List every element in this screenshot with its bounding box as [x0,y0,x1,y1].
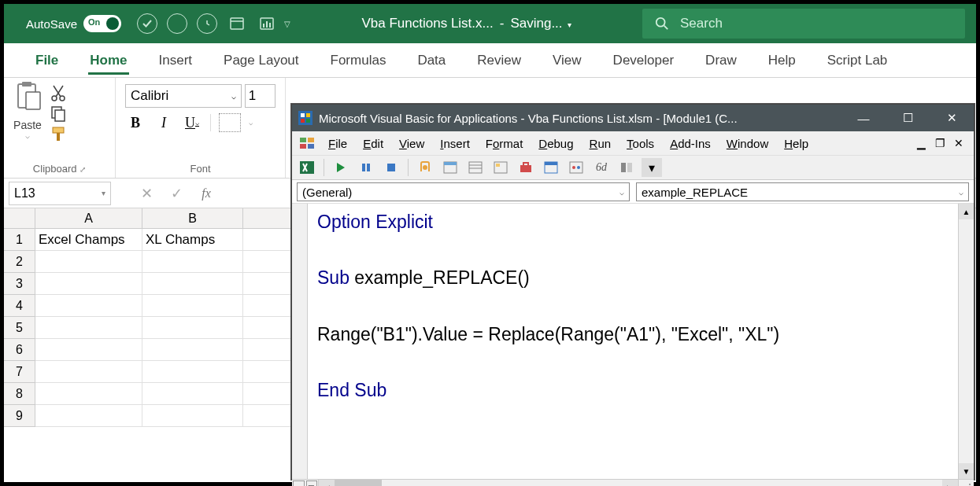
break-icon[interactable] [356,158,376,177]
tab-data[interactable]: Data [401,43,461,78]
scroll-up-icon[interactable]: ▲ [959,204,974,219]
qat-item-icon[interactable] [227,13,247,34]
object-browser-icon[interactable] [490,158,511,177]
italic-button[interactable]: I [153,112,174,133]
row-header[interactable]: 5 [4,317,35,339]
cell[interactable] [142,405,243,427]
menu-run[interactable]: Run [582,137,619,150]
menu-format[interactable]: Format [478,137,531,150]
autosave-toggle[interactable]: On [83,15,121,32]
row-header[interactable]: 6 [4,339,35,361]
tab-developer[interactable]: Developer [597,43,690,78]
cell[interactable] [142,339,243,361]
cell[interactable] [35,317,142,339]
row-header[interactable]: 8 [4,383,35,405]
minimize-button[interactable]: ― [841,105,886,131]
menu-window[interactable]: Window [719,137,776,150]
enter-formula-icon[interactable]: ✓ [165,182,188,205]
scroll-left-icon[interactable]: ◀ [319,480,335,486]
row-header[interactable]: 7 [4,361,35,383]
tab-home[interactable]: Home [74,43,142,78]
format-painter-icon[interactable] [50,125,67,142]
column-header-b[interactable]: B [142,208,243,229]
font-name-combo[interactable]: Calibri⌵ [125,84,242,108]
cell[interactable] [35,251,142,273]
cell[interactable]: Excel Champs [35,229,142,251]
toolbar-icon-2[interactable] [566,158,586,177]
object-combo[interactable]: (General)⌵ [297,182,630,201]
cell[interactable] [35,273,142,295]
view-excel-icon[interactable] [297,158,317,177]
full-view-icon[interactable]: ▤ [306,480,318,486]
toolbar-overflow-icon[interactable]: ▾ [642,158,662,177]
menu-edit[interactable]: Edit [355,137,391,150]
copy-icon[interactable] [50,105,67,122]
mdi-minimize-icon[interactable]: ▁ [914,136,928,150]
qat-chart-icon[interactable] [257,13,277,34]
menu-debug[interactable]: Debug [531,137,581,150]
design-mode-icon[interactable] [415,158,435,177]
undo-circle-icon[interactable] [167,13,187,34]
cell[interactable] [35,339,142,361]
vba-project-icon[interactable] [298,134,316,152]
history-icon[interactable] [197,13,217,34]
scroll-down-icon[interactable]: ▼ [959,463,974,479]
tab-view[interactable]: View [537,43,597,78]
cell[interactable] [35,405,142,427]
menu-file[interactable]: File [320,137,355,150]
cell[interactable] [142,361,243,383]
bold-button[interactable]: B [125,112,146,133]
close-button[interactable]: ✕ [930,105,974,131]
search-box[interactable] [642,9,965,39]
tab-formulas[interactable]: Formulas [315,43,402,78]
tab-review[interactable]: Review [461,43,537,78]
procedure-combo[interactable]: example_REPLACE⌵ [636,182,969,201]
mdi-restore-icon[interactable]: ❐ [933,136,947,150]
menu-view[interactable]: View [391,137,432,150]
tab-draw[interactable]: Draw [690,43,753,78]
cell[interactable] [142,317,243,339]
qat-dropdown-icon[interactable]: ▽ [284,20,290,28]
cell[interactable] [35,295,142,317]
cell[interactable] [35,383,142,405]
toolbox-icon[interactable] [516,158,536,177]
cell[interactable] [142,251,243,273]
menu-insert[interactable]: Insert [432,137,478,150]
menu-addins[interactable]: Add-Ins [662,137,719,150]
maximize-button[interactable]: ☐ [886,105,930,131]
row-header[interactable]: 4 [4,295,35,317]
cell[interactable]: XL Champs [142,229,243,251]
tab-help[interactable]: Help [753,43,812,78]
vertical-scrollbar[interactable]: ▲ ▼ [958,204,974,479]
underline-button[interactable]: U⌵ [182,112,202,133]
search-input[interactable] [679,15,915,32]
horizontal-scrollbar[interactable]: ◀ ▶ [319,480,958,486]
cell[interactable] [35,361,142,383]
toolbar-icon-1[interactable] [541,158,561,177]
row-header[interactable]: 2 [4,251,35,273]
cell[interactable] [142,273,243,295]
cancel-formula-icon[interactable]: ✕ [135,182,158,205]
project-explorer-icon[interactable] [440,158,460,177]
clipboard-dialog-icon[interactable]: ⤢ [80,165,86,174]
properties-icon[interactable] [465,158,486,177]
run-icon[interactable] [331,158,351,177]
proc-view-icon[interactable]: ≡ [293,480,305,486]
cut-icon[interactable] [50,84,67,101]
code-editor[interactable]: Option Explicit Sub example_REPLACE() Ra… [308,204,958,479]
scroll-right-icon[interactable]: ▶ [942,480,958,486]
reset-icon[interactable] [381,158,401,177]
select-all-corner[interactable] [4,208,35,229]
save-icon[interactable] [137,13,157,34]
column-header-a[interactable]: A [35,208,142,229]
vba-titlebar[interactable]: Microsoft Visual Basic for Applications … [292,105,974,131]
tab-file[interactable]: File [20,43,74,78]
toolbar-icon-3[interactable] [616,158,637,177]
row-header[interactable]: 3 [4,273,35,295]
borders-button[interactable] [219,113,241,132]
cell[interactable] [142,383,243,405]
row-header[interactable]: 9 [4,405,35,427]
menu-tools[interactable]: Tools [619,137,662,150]
name-box[interactable]: L13▾ [9,182,111,205]
tab-insert[interactable]: Insert [143,43,209,78]
